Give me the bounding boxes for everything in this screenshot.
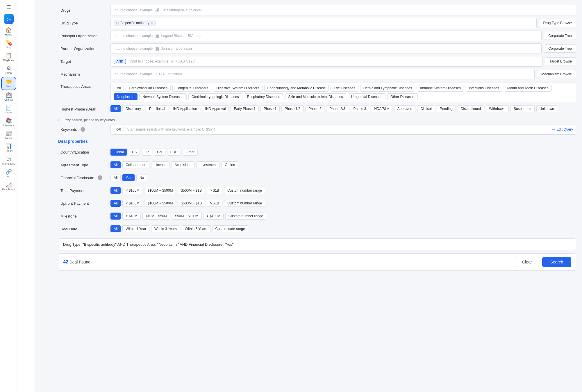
sidebar-item-workspace[interactable]: 🗂 Workspace (1, 155, 16, 167)
sidebar-item-clinical[interactable]: 🏥 Clinical (1, 91, 16, 103)
tag-custom[interactable]: Custom number range (225, 213, 266, 220)
tag-all[interactable]: All (110, 105, 121, 112)
sidebar-item-home[interactable]: 🏠 Home (1, 26, 16, 38)
keywords-or-badge[interactable]: OR (114, 127, 124, 132)
tag-lt100m[interactable]: < $100M (122, 200, 142, 207)
tag-eur[interactable]: EUR (167, 149, 181, 156)
drug-type-browse-btn[interactable]: Drug Type Browse (539, 19, 576, 27)
tag-neoplasms[interactable]: Neoplasms (114, 93, 138, 100)
tag-all[interactable]: All (110, 213, 121, 220)
tag-all[interactable]: All (110, 161, 121, 168)
tag-unknown[interactable]: Unknown (536, 105, 557, 112)
tag-10m_50m[interactable]: $10M ~ $50M (142, 213, 170, 220)
tag-cn[interactable]: CN (154, 149, 165, 156)
tag-phase2[interactable]: Phase 2 (305, 105, 324, 112)
tag-custom[interactable]: Custom number range (224, 200, 265, 207)
tag-all[interactable]: All (110, 187, 121, 194)
tag-endocrinology[interactable]: Endocrinology and Metabolic Disease (264, 85, 329, 92)
tag-phase1_2[interactable]: Phase 1/2 (281, 105, 304, 112)
tag-lt100m[interactable]: < $100M (122, 187, 142, 194)
tag-custom[interactable]: Custom number range (224, 187, 265, 194)
tag-1yr[interactable]: Within 1 Year (122, 225, 149, 232)
tag-skin[interactable]: Skin and Musculoskeletal Diseases (285, 93, 346, 100)
tag-suspended[interactable]: Suspended (510, 105, 535, 112)
tag-digestive[interactable]: Digestive System Disorders (213, 85, 262, 92)
tag-discovery[interactable]: Discovery (122, 105, 144, 112)
tag-all[interactable]: All (110, 200, 121, 207)
sidebar-item-playbook[interactable]: 📋 Playbook (1, 51, 16, 63)
tag-mouth[interactable]: Mouth and Tooth Diseases (504, 85, 552, 92)
sidebar-item-dashboard[interactable]: 📈 Dashboard (1, 180, 16, 193)
tag-other[interactable]: Other Diseases (387, 93, 418, 100)
principal-org-browse-btn[interactable]: Corporate Tree (544, 32, 576, 40)
sidebar-item-news[interactable]: 📰 News (1, 129, 16, 141)
sidebar-item-patent[interactable]: 📄 Patent (1, 104, 16, 116)
tag-license[interactable]: License (151, 161, 169, 168)
drugs-input[interactable]: Input to choose, example: 🔗 Ciltacabtage… (110, 5, 576, 15)
tag-50m_100m[interactable]: $50M ~ $100M (172, 213, 201, 220)
tag-cardiovascular[interactable]: Cardiovascular Diseases (126, 85, 171, 92)
tag-preclinical[interactable]: Preclinical (146, 105, 168, 112)
tag-nda_bla[interactable]: NDA/BLA (371, 105, 392, 112)
tag-immune[interactable]: Immune System Diseases (417, 85, 464, 92)
sidebar-item-literature[interactable]: 📚 Literature (1, 116, 16, 129)
tag-all[interactable]: All (114, 85, 124, 92)
tag-clinical[interactable]: Clinical (417, 105, 435, 112)
tag-urogenital[interactable]: Urogenital Diseases (348, 93, 385, 100)
mechanism-input[interactable]: Input to choose, example: ≡ PD-1 inhibit… (110, 69, 535, 79)
drug-type-input[interactable]: ⬡ Bispecific antibody ✕ (110, 18, 537, 28)
tag-all[interactable]: All (110, 225, 121, 232)
tag-phase2_3[interactable]: Phase 2/3 (326, 105, 348, 112)
tag-5yr[interactable]: Within 5 Years (182, 225, 210, 232)
drug-type-chip[interactable]: ⬡ Bispecific antibody ✕ (114, 20, 156, 26)
tag-custom[interactable]: Custom date range (212, 225, 248, 232)
tag-otorhinolaryngologic[interactable]: Otorhinolaryngologic Diseases (188, 93, 242, 100)
clear-button[interactable]: Clear (515, 257, 539, 267)
chip-close-icon[interactable]: ✕ (150, 21, 153, 25)
tag-phase1[interactable]: Phase 1 (260, 105, 280, 112)
partner-org-browse-btn[interactable]: Corporate Tree (544, 44, 576, 53)
tag-withdrawn[interactable]: Withdrawn (486, 105, 509, 112)
tag-ind_app[interactable]: IND Application (170, 105, 200, 112)
tag-approved[interactable]: Approved (394, 105, 415, 112)
tag-500m_1b[interactable]: $500M ~ $1B (178, 187, 205, 194)
keywords-input[interactable]: OR Start simple search with one keyword,… (110, 124, 576, 135)
tag-congenital[interactable]: Congenital Disorders (172, 85, 211, 92)
tag-lt10m[interactable]: < $10M (122, 213, 140, 220)
tag-respiratory[interactable]: Respiratory Diseases (244, 93, 283, 100)
tag-collaboration[interactable]: Collaboration (122, 161, 149, 168)
tag-discontinued[interactable]: Discontinued (458, 105, 484, 112)
tag-100m_500m[interactable]: $100M ~ $500M (144, 200, 176, 207)
tag-3yr[interactable]: Within 3 Years (151, 225, 180, 232)
sidebar-item-comp[interactable]: ⚙ Comp. (1, 64, 16, 76)
partner-org-input[interactable]: Input to choose, example: 🏢 Johnson & Jo… (110, 43, 542, 54)
tag-gt1b[interactable]: > $1B (207, 200, 222, 207)
sidebar-item-deal[interactable]: 🤝 Deal (1, 77, 16, 90)
principal-org-input[interactable]: Input to choose, example: 🏢 Legend Biote… (110, 31, 542, 41)
tag-eye[interactable]: Eye Diseases (331, 85, 358, 92)
tag-nervous[interactable]: Nervous System Diseases (139, 93, 187, 100)
hamburger-menu[interactable]: ☰ (6, 2, 11, 12)
tag-gt1b[interactable]: > $1B (207, 187, 222, 194)
tag-no[interactable]: No (136, 174, 147, 181)
search-button[interactable]: Search (542, 257, 571, 267)
target-browse-btn[interactable]: Target Browse (545, 57, 576, 65)
tag-early_phase1[interactable]: Early Phase 1 (231, 105, 259, 112)
tag-hemic[interactable]: Hemic and Lymphatic Diseases (360, 85, 415, 92)
tag-ind_approval[interactable]: IND Approval (202, 105, 229, 112)
tag-100m_500m[interactable]: $100M ~ $500M (144, 187, 176, 194)
tag-phase3[interactable]: Phase 3 (350, 105, 369, 112)
tag-jp[interactable]: JP (142, 149, 152, 156)
target-and-badge[interactable]: AND (114, 59, 126, 64)
mechanism-browse-btn[interactable]: Mechanism Browse (537, 70, 576, 78)
tag-global[interactable]: Global (110, 149, 127, 156)
tag-us[interactable]: US (129, 149, 140, 156)
tag-option[interactable]: Option (222, 161, 238, 168)
target-input[interactable]: AND Input to choose, example: ⊙ KRAS G12… (110, 56, 543, 67)
tag-investment[interactable]: Investment (196, 161, 220, 168)
sidebar-item-report[interactable]: 📊 Report (1, 142, 16, 154)
sidebar-item-kg[interactable]: 🔗 KG (1, 168, 16, 180)
tag-500m_1b[interactable]: $500M ~ $1B (178, 200, 205, 207)
sidebar-item-drug[interactable]: 💊 Drug (1, 38, 16, 51)
tag-gt100m[interactable]: > $100M (203, 213, 224, 220)
